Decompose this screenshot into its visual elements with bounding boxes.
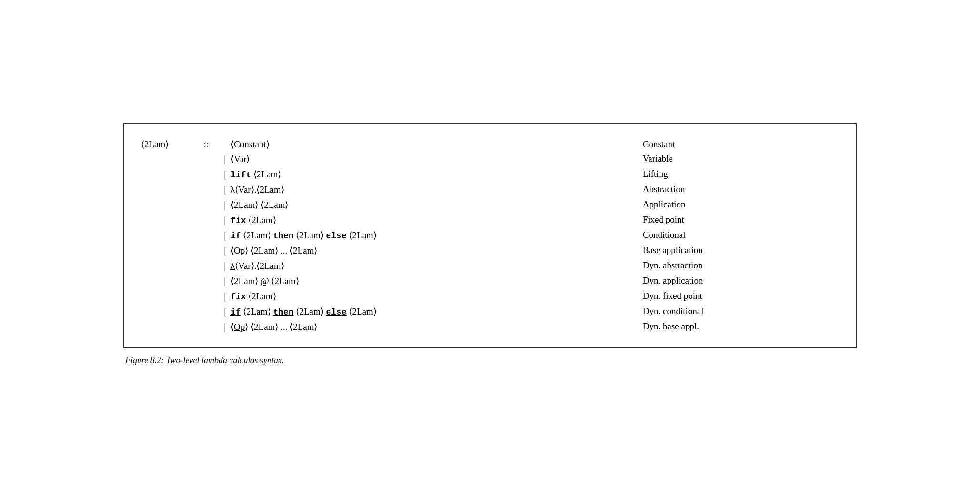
table-row: | ⟨Op⟩ ⟨2Lam⟩ ... ⟨2Lam⟩ Base applicatio…: [141, 243, 839, 258]
grammar-box: ⟨2Lam⟩ ::= ⟨Constant⟩ Constant | ⟨Var⟩ V…: [123, 123, 857, 348]
defs-cell: ::=: [198, 137, 219, 151]
prod-cell: ⟨2Lam⟩ ⟨2Lam⟩: [230, 197, 643, 212]
lhs-cell: [141, 273, 198, 288]
prod-cell: if ⟨2Lam⟩ then ⟨2Lam⟩ else ⟨2Lam⟩: [230, 227, 643, 243]
prod-cell: if ⟨2Lam⟩ then ⟨2Lam⟩ else ⟨2Lam⟩: [230, 304, 643, 319]
prod-cell: fix ⟨2Lam⟩: [230, 212, 643, 227]
table-row: | lift ⟨2Lam⟩ Lifting: [141, 166, 839, 182]
lhs-cell: [141, 197, 198, 212]
defs-cell: [198, 197, 219, 212]
sep-cell: |: [219, 197, 230, 212]
sep-cell: |: [219, 273, 230, 288]
sep-cell: [219, 137, 230, 151]
defs-cell: [198, 273, 219, 288]
defs-cell: [198, 212, 219, 227]
grammar-table: ⟨2Lam⟩ ::= ⟨Constant⟩ Constant | ⟨Var⟩ V…: [141, 137, 839, 334]
prod-cell: ⟨Var⟩: [230, 151, 643, 166]
defs-cell: [198, 182, 219, 197]
table-row: | ⟨2Lam⟩ ⟨2Lam⟩ Application: [141, 197, 839, 212]
defs-cell: [198, 166, 219, 182]
sep-cell: |: [219, 304, 230, 319]
rule-name: Lifting: [643, 166, 839, 182]
rule-name: Dyn. application: [643, 273, 839, 288]
lhs-cell: [141, 227, 198, 243]
sep-cell: |: [219, 182, 230, 197]
sep-cell: |: [219, 212, 230, 227]
rule-name: Dyn. conditional: [643, 304, 839, 319]
lhs-cell: [141, 304, 198, 319]
prod-cell: ⟨Constant⟩: [230, 137, 643, 151]
rule-name: Fixed point: [643, 212, 839, 227]
prod-cell: ⟨Op⟩ ⟨2Lam⟩ ... ⟨2Lam⟩: [230, 319, 643, 334]
figure-caption: Figure 8.2: Two-level lambda calculus sy…: [123, 356, 857, 366]
prod-cell: λ⟨Var⟩.⟨2Lam⟩: [230, 258, 643, 273]
prod-cell: λ⟨Var⟩.⟨2Lam⟩: [230, 182, 643, 197]
sep-cell: |: [219, 288, 230, 304]
rule-name: Constant: [643, 137, 839, 151]
rule-name: Dyn. base appl.: [643, 319, 839, 334]
lhs-cell: [141, 258, 198, 273]
rule-name: Abstraction: [643, 182, 839, 197]
table-row: | if ⟨2Lam⟩ then ⟨2Lam⟩ else ⟨2Lam⟩ Cond…: [141, 227, 839, 243]
defs-cell: [198, 319, 219, 334]
defs-cell: [198, 243, 219, 258]
lhs-cell: [141, 319, 198, 334]
sep-cell: |: [219, 227, 230, 243]
lhs-cell: [141, 243, 198, 258]
lhs-cell: [141, 151, 198, 166]
defs-cell: [198, 288, 219, 304]
table-row: | ⟨Op⟩ ⟨2Lam⟩ ... ⟨2Lam⟩ Dyn. base appl.: [141, 319, 839, 334]
rule-name: Dyn. abstraction: [643, 258, 839, 273]
sep-cell: |: [219, 166, 230, 182]
rule-name: Conditional: [643, 227, 839, 243]
lhs-cell: [141, 288, 198, 304]
prod-cell: ⟨2Lam⟩ @ ⟨2Lam⟩: [230, 273, 643, 288]
rule-name: Dyn. fixed point: [643, 288, 839, 304]
rule-name: Variable: [643, 151, 839, 166]
defs-cell: [198, 151, 219, 166]
lhs-cell: [141, 166, 198, 182]
figure-container: ⟨2Lam⟩ ::= ⟨Constant⟩ Constant | ⟨Var⟩ V…: [123, 123, 857, 366]
prod-cell: fix ⟨2Lam⟩: [230, 288, 643, 304]
defs-cell: [198, 258, 219, 273]
sep-cell: |: [219, 243, 230, 258]
lhs-cell: [141, 212, 198, 227]
defs-cell: [198, 227, 219, 243]
lhs-cell: ⟨2Lam⟩: [141, 137, 198, 151]
sep-cell: |: [219, 151, 230, 166]
prod-cell: lift ⟨2Lam⟩: [230, 166, 643, 182]
defs-cell: [198, 304, 219, 319]
table-row: | ⟨2Lam⟩ @ ⟨2Lam⟩ Dyn. application: [141, 273, 839, 288]
sep-cell: |: [219, 258, 230, 273]
rule-name: Application: [643, 197, 839, 212]
table-row: ⟨2Lam⟩ ::= ⟨Constant⟩ Constant: [141, 137, 839, 151]
table-row: | if ⟨2Lam⟩ then ⟨2Lam⟩ else ⟨2Lam⟩ Dyn.…: [141, 304, 839, 319]
rule-name: Base application: [643, 243, 839, 258]
table-row: | fix ⟨2Lam⟩ Dyn. fixed point: [141, 288, 839, 304]
lhs-cell: [141, 182, 198, 197]
table-row: | ⟨Var⟩ Variable: [141, 151, 839, 166]
prod-cell: ⟨Op⟩ ⟨2Lam⟩ ... ⟨2Lam⟩: [230, 243, 643, 258]
table-row: | λ⟨Var⟩.⟨2Lam⟩ Abstraction: [141, 182, 839, 197]
sep-cell: |: [219, 319, 230, 334]
table-row: | λ⟨Var⟩.⟨2Lam⟩ Dyn. abstraction: [141, 258, 839, 273]
table-row: | fix ⟨2Lam⟩ Fixed point: [141, 212, 839, 227]
